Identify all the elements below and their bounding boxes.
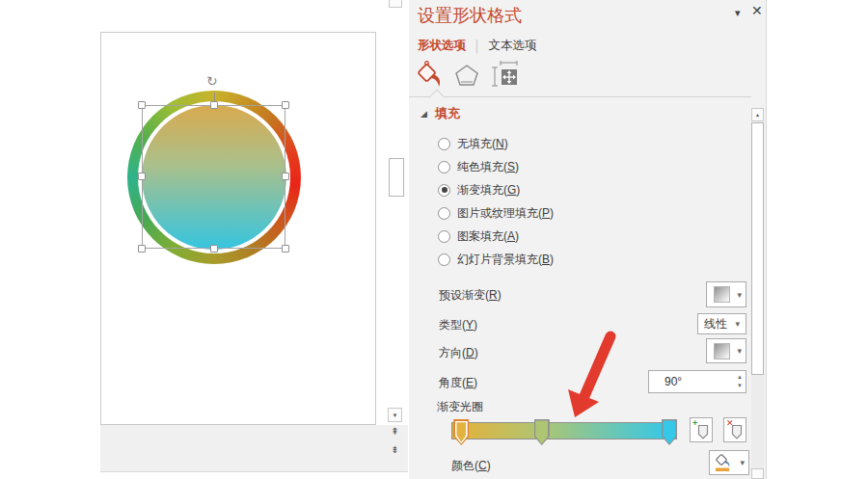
spinner-down-icon[interactable]: ▼ <box>737 382 743 390</box>
color-label: 颜色(C) <box>451 458 491 474</box>
resize-handle-se[interactable] <box>282 245 289 253</box>
scroll-up-icon: ▲ <box>755 112 760 118</box>
rotation-handle-icon[interactable]: ↻ <box>206 73 218 89</box>
tab-divider: │ <box>474 40 481 53</box>
paint-bucket-color-icon <box>714 453 732 472</box>
radio-pattern-fill[interactable]: 图案填充(A) <box>438 225 554 248</box>
previous-slide-button[interactable]: ⇞ <box>388 424 402 438</box>
resize-handle-s[interactable] <box>210 245 218 253</box>
selection-bounding-box <box>142 105 285 249</box>
spinner-up-icon[interactable]: ▲ <box>737 373 743 382</box>
gradient-swatch-icon <box>714 343 730 359</box>
plus-icon: + <box>692 419 697 428</box>
toolbar-divider <box>409 96 751 97</box>
section-expand-icon[interactable]: ◢ <box>420 109 427 119</box>
angle-value: 90° <box>665 375 737 388</box>
editing-area-margin <box>100 425 408 472</box>
resize-handle-nw[interactable] <box>138 101 146 109</box>
chevron-down-icon: ▾ <box>737 290 742 300</box>
canvas-scroll-down-button[interactable]: ▼ <box>388 408 402 422</box>
panel-close-button[interactable]: ✕ <box>751 3 763 18</box>
next-slide-button[interactable]: ⇟ <box>388 442 402 456</box>
effects-button[interactable] <box>454 64 479 91</box>
remove-gradient-stop-button[interactable]: ✕ <box>723 417 746 442</box>
add-gradient-stop-button[interactable]: + <box>690 417 713 442</box>
panel-tabs: 形状选项 │ 文本选项 <box>418 38 537 54</box>
radio-no-fill[interactable]: 无填充(N) <box>438 132 554 155</box>
type-label: 类型(Y) <box>439 317 477 333</box>
chevron-down-icon: ▾ <box>735 319 740 329</box>
type-dropdown[interactable]: 线性 ▾ <box>697 313 746 334</box>
resize-handle-e[interactable] <box>282 173 289 180</box>
radio-gradient-fill[interactable]: 渐变填充(G) <box>438 178 554 201</box>
panel-scroll-up-button[interactable]: ▲ <box>751 108 764 121</box>
direction-dropdown[interactable]: ▾ <box>706 338 746 363</box>
chevron-down-icon: ▾ <box>737 346 742 356</box>
panel-scrollbar-track[interactable] <box>751 375 764 468</box>
app-window: ↻ ▼ ⇞ ⇟ 设置形状格式 ▾ ✕ 形状选项 │ 文本选项 <box>0 0 868 479</box>
preset-gradient-label: 预设渐变(R) <box>439 287 502 304</box>
radio-icon <box>438 253 450 266</box>
prev-slide-icon: ⇞ <box>391 426 398 437</box>
canvas-scroll-up-button[interactable] <box>389 0 402 8</box>
pentagon-icon <box>454 64 479 87</box>
panel-collapse-button[interactable]: ▾ <box>735 7 741 19</box>
size-properties-button[interactable] <box>490 60 519 93</box>
resize-handle-ne[interactable] <box>282 101 289 109</box>
color-dropdown[interactable]: ▾ <box>709 450 749 475</box>
radio-icon <box>438 161 450 173</box>
resize-handle-sw[interactable] <box>138 245 146 253</box>
radio-icon <box>438 207 450 220</box>
radio-picture-texture-fill[interactable]: 图片或纹理填充(P) <box>438 201 554 225</box>
size-properties-icon <box>490 60 519 89</box>
fill-options-group: 无填充(N) 纯色填充(S) 渐变填充(G) 图片或纹理填充(P) 图案填充(A… <box>438 132 554 271</box>
rotation-handle-stem <box>214 93 215 102</box>
canvas-scrollbar-thumb[interactable] <box>389 158 404 197</box>
fill-section-header[interactable]: 填充 <box>435 105 460 122</box>
radio-icon <box>438 230 450 243</box>
radio-icon <box>438 138 450 150</box>
tab-text-options[interactable]: 文本选项 <box>489 38 537 54</box>
gradient-bar[interactable] <box>451 422 677 439</box>
angle-label: 角度(E) <box>439 375 477 391</box>
spinner-buttons: ▲ ▼ <box>737 373 743 390</box>
chevron-down-icon: ▾ <box>740 458 745 467</box>
delete-x-icon: ✕ <box>726 419 734 428</box>
radio-solid-fill[interactable]: 纯色填充(S) <box>438 155 554 178</box>
gradient-stops-label: 渐变光圈 <box>437 399 483 415</box>
panel-title: 设置形状格式 <box>418 4 522 27</box>
chevron-down-icon: ▾ <box>735 7 741 18</box>
gradient-stop-icon <box>697 424 709 439</box>
angle-spinner[interactable]: 90° ▲ ▼ <box>648 370 746 393</box>
direction-label: 方向(D) <box>439 345 478 361</box>
gradient-swatch-icon <box>714 286 730 303</box>
resize-handle-w[interactable] <box>138 173 146 180</box>
tab-shape-options[interactable]: 形状选项 <box>418 38 466 54</box>
next-slide-icon: ⇟ <box>391 444 398 455</box>
preset-gradient-dropdown[interactable]: ▾ <box>706 281 746 307</box>
scroll-down-icon: ▼ <box>393 412 398 418</box>
panel-scroll-down-button[interactable] <box>751 468 764 479</box>
close-icon: ✕ <box>751 3 763 18</box>
resize-handle-n[interactable] <box>210 101 218 109</box>
radio-icon <box>438 184 450 197</box>
paint-bucket-icon <box>415 59 442 90</box>
radio-slide-background-fill[interactable]: 幻灯片背景填充(B) <box>438 248 554 271</box>
panel-scrollbar-thumb[interactable] <box>751 122 764 375</box>
type-value: 线性 <box>704 316 727 333</box>
fill-line-button[interactable] <box>415 59 442 93</box>
